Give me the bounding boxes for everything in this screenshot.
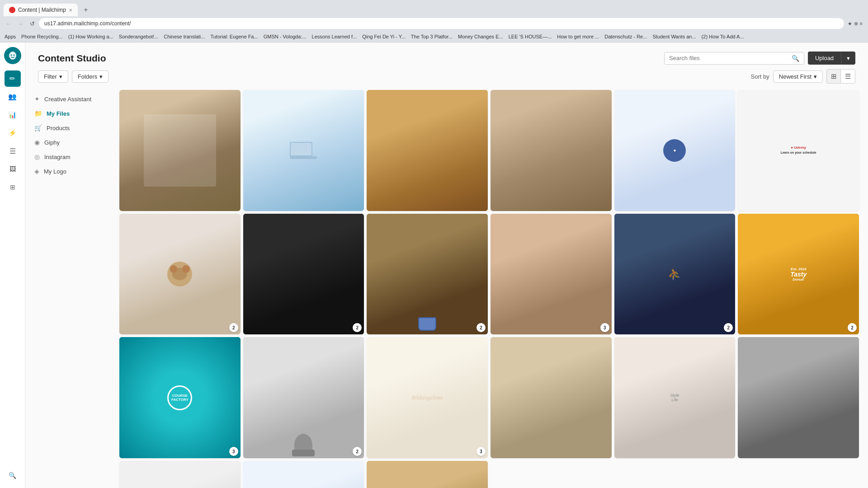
giphy-label: Giphy <box>44 139 60 146</box>
products-icon: 🛒 <box>34 124 42 131</box>
file-card[interactable]: ⛹ 2 <box>614 214 736 335</box>
sidebar-icon-audience[interactable]: 👥 <box>5 89 21 105</box>
app-sidebar: ✏ 👥 📊 ⚡ ☰ 🖼 ⊞ 🔍 <box>0 42 25 488</box>
file-badge: 3 <box>229 447 238 456</box>
svg-point-0 <box>9 52 16 60</box>
bookmark-lessons[interactable]: Lessons Learned f... <box>309 33 360 40</box>
file-card[interactable] <box>491 90 612 211</box>
file-card[interactable]: ● UdemyLearn on your schedule <box>738 90 859 211</box>
bookmark-getmore[interactable]: How to get more ... <box>554 33 602 40</box>
nav-item-creative[interactable]: ✦ Creative Assistant <box>25 92 116 106</box>
files-grid-area: ● ● UdemyLearn on your schedule <box>116 88 868 488</box>
mailchimp-logo[interactable] <box>4 47 21 64</box>
my-logo-label: My Logo <box>44 168 66 175</box>
file-card[interactable]: 2 <box>243 214 364 335</box>
file-card[interactable] <box>119 461 241 488</box>
instagram-icon: ◎ <box>34 153 40 160</box>
svg-point-1 <box>10 55 12 56</box>
file-card[interactable] <box>243 461 364 488</box>
upload-button-group: Upload ▼ <box>808 52 855 65</box>
search-input[interactable] <box>669 55 789 61</box>
bookmark-apps[interactable]: Apps <box>2 33 19 40</box>
my-logo-icon: ◈ <box>34 168 39 175</box>
main-area: Content Studio 🔍 Upload ▼ Filter ▾ <box>25 42 868 488</box>
file-card[interactable]: COURSEFACTORY 3 <box>119 337 241 458</box>
bookmark-student[interactable]: Student Wants an... <box>650 33 698 40</box>
instagram-label: Instagram <box>44 154 71 160</box>
sidebar-icon-automations[interactable]: ⚡ <box>5 125 21 141</box>
nav-item-myfiles[interactable]: 📁 My Files <box>25 106 116 121</box>
new-tab-button[interactable]: + <box>80 4 92 16</box>
nav-item-mylogo[interactable]: ◈ My Logo <box>25 164 116 178</box>
file-badge: 3 <box>600 323 609 332</box>
sidebar-icon-templates[interactable]: 🖼 <box>5 161 21 177</box>
filter-label: Filter <box>44 73 57 80</box>
file-card[interactable]: Est. 2018 Tasty Donut! 2 <box>738 214 859 335</box>
folders-chevron-icon: ▾ <box>99 73 103 80</box>
file-card[interactable] <box>491 337 612 458</box>
back-button[interactable]: ← <box>4 19 14 28</box>
creative-assistant-label: Creative Assistant <box>44 96 91 103</box>
extensions-area: ★ ⊕ ≡ <box>846 21 864 27</box>
reload-button[interactable]: ↺ <box>27 19 37 28</box>
file-card[interactable]: StyleLife <box>614 337 736 458</box>
bookmark-howtoadd[interactable]: (2) How To Add A... <box>699 33 747 40</box>
folders-label: Folders <box>78 73 97 80</box>
my-files-label: My Files <box>47 110 70 117</box>
file-card[interactable] <box>367 90 488 211</box>
tab-close-icon[interactable]: ✕ <box>69 8 72 13</box>
filter-button[interactable]: Filter ▾ <box>38 70 68 83</box>
bookmark-working[interactable]: (1) How Working a... <box>66 33 116 40</box>
tab-title: Content | Mailchimp <box>18 7 66 13</box>
bookmark-top3[interactable]: The Top 3 Platfor... <box>408 33 455 40</box>
bookmark-gmsn[interactable]: GMSN - Vologda:... <box>261 33 309 40</box>
bookmark-tutorial[interactable]: Tutorial: Eugene Fa... <box>208 33 260 40</box>
file-badge: 2 <box>229 323 238 332</box>
upload-button[interactable]: Upload <box>808 52 841 65</box>
sidebar-icon-campaigns[interactable]: 📊 <box>5 107 21 123</box>
bookmark-qing[interactable]: Qing Fei De Yi - Y... <box>359 33 408 40</box>
file-card[interactable]: 3 <box>491 214 612 335</box>
sidebar-icon-lists[interactable]: ☰ <box>5 143 21 159</box>
giphy-icon: ◉ <box>34 139 40 146</box>
search-icon[interactable]: 🔍 <box>792 55 799 62</box>
sidebar-icon-content[interactable]: ✏ <box>5 70 21 87</box>
bookmark-datenschutz[interactable]: Datenschutz - Re... <box>602 33 650 40</box>
products-label: Products <box>47 125 70 131</box>
nav-item-instagram[interactable]: ◎ Instagram <box>25 150 116 164</box>
bookmark-sonder[interactable]: Sonderangebot!... <box>116 33 161 40</box>
bookmark-money[interactable]: Money Changes E... <box>455 33 506 40</box>
sidebar-icon-integrations[interactable]: ⊞ <box>5 179 21 195</box>
file-card[interactable] <box>119 90 241 211</box>
file-card[interactable]: ● <box>614 90 736 211</box>
svg-point-2 <box>13 55 14 56</box>
nav-item-products[interactable]: 🛒 Products <box>25 121 116 135</box>
file-card[interactable]: 2 <box>367 214 488 335</box>
page-title: Content Studio <box>38 53 106 64</box>
upload-dropdown-button[interactable]: ▼ <box>841 52 855 65</box>
list-view-button[interactable]: ☰ <box>841 69 855 84</box>
grid-view-button[interactable]: ⊞ <box>826 69 841 84</box>
creative-assistant-icon: ✦ <box>34 95 40 103</box>
sort-chevron-icon: ▾ <box>814 73 817 80</box>
file-card[interactable] <box>367 461 488 488</box>
filter-chevron-icon: ▾ <box>59 73 62 80</box>
sort-by-label: Sort by <box>751 73 769 80</box>
sort-option: Newest First <box>779 73 811 80</box>
file-card[interactable] <box>738 337 859 458</box>
file-card[interactable]: Bildungslima 3 <box>367 337 488 458</box>
folders-button[interactable]: Folders ▾ <box>72 70 108 83</box>
nav-item-giphy[interactable]: ◉ Giphy <box>25 135 116 150</box>
file-badge: 3 <box>476 447 486 456</box>
forward-button[interactable]: → <box>15 19 25 28</box>
sidebar-icon-search[interactable]: 🔍 <box>5 467 21 483</box>
file-card[interactable]: 2 <box>243 337 364 458</box>
bookmark-lee[interactable]: LEE 'S HOUSE—... <box>506 33 555 40</box>
bookmark-chinese[interactable]: Chinese translati... <box>161 33 208 40</box>
active-tab[interactable]: Content | Mailchimp ✕ <box>4 4 78 16</box>
address-bar[interactable]: us17.admin.mailchimp.com/content/ <box>39 18 844 29</box>
bookmark-phone[interactable]: Phone Recycling... <box>19 33 66 40</box>
file-card[interactable]: 2 <box>119 214 241 335</box>
sort-select[interactable]: Newest First ▾ <box>773 70 823 83</box>
file-card[interactable] <box>243 90 364 211</box>
